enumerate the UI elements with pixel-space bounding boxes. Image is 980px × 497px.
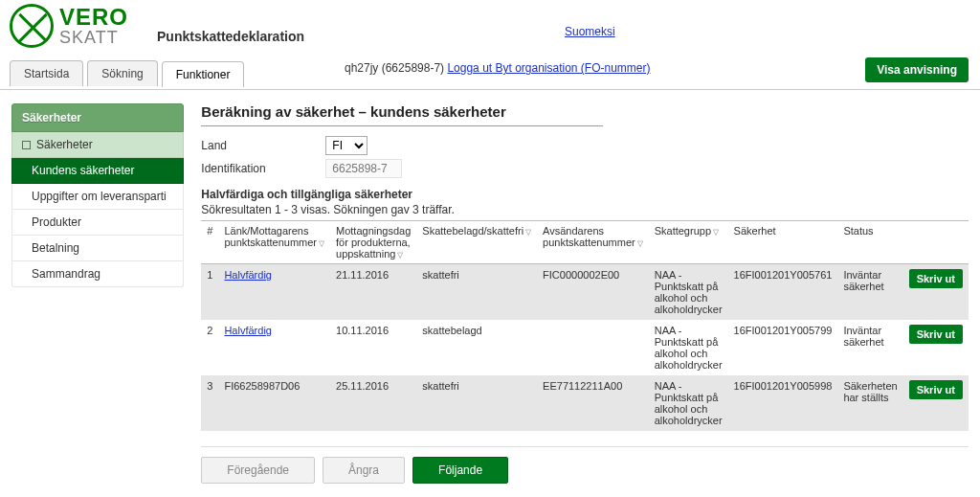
securities-table: # Länk/Mottagarens punktskattenummer▽ Mo… — [201, 220, 969, 431]
cell-security: 16FI001201Y005799 — [728, 320, 838, 375]
col-group[interactable]: Skattegrupp▽ — [649, 221, 728, 264]
sidebar-header: Säkerheter — [11, 103, 184, 132]
content: Beräkning av säkerhet – kundens säkerhet… — [201, 103, 969, 484]
row-link[interactable]: Halvfärdig — [224, 325, 272, 336]
cell-date: 21.11.2016 — [330, 264, 416, 321]
cell-link: FI66258987D06 — [218, 375, 330, 431]
show-instructions-button[interactable]: Visa anvisning — [865, 57, 969, 82]
sidebar: Säkerheter Säkerheter Kundens säkerheter… — [11, 103, 184, 484]
cell-tax: skattebelagd — [416, 320, 537, 375]
col-security: Säkerhet — [728, 221, 838, 264]
table-row: 2 Halvfärdig 10.11.2016 skattebelagd NAA… — [201, 320, 969, 375]
logo-line1: VERO — [59, 6, 128, 29]
subheader: Startsida Sökning Funktioner qh27jy (662… — [0, 52, 980, 90]
sort-icon: ▽ — [637, 239, 643, 248]
ident-label: Identifikation — [201, 162, 325, 175]
user-line: qh27jy (6625898-7) Logga ut Byt organisa… — [345, 61, 651, 75]
ident-value: 6625898-7 — [325, 159, 402, 178]
col-action — [903, 221, 969, 264]
sidebar-item-betalning[interactable]: Betalning — [11, 236, 184, 261]
cell-tax: skattefri — [416, 375, 537, 431]
table-row: 1 Halvfärdig 21.11.2016 skattefri FIC000… — [201, 264, 969, 321]
user-id: qh27jy (6625898-7) — [345, 61, 447, 75]
sidebar-item-produkter[interactable]: Produkter — [11, 210, 184, 236]
tab-startsida[interactable]: Startsida — [10, 60, 83, 86]
table-header-row: # Länk/Mottagarens punktskattenummer▽ Mo… — [201, 221, 969, 264]
col-status: Status — [837, 221, 902, 264]
sidebar-item-sammandrag[interactable]: Sammandrag — [11, 261, 184, 287]
cell-link: Halvfärdig — [218, 320, 330, 375]
tab-funktioner[interactable]: Funktioner — [162, 61, 245, 87]
results-note: Sökresultaten 1 - 3 visas. Sökningen gav… — [201, 203, 969, 216]
button-row: Föregående Ångra Följande — [201, 446, 969, 484]
col-num: # — [201, 221, 218, 264]
col-date[interactable]: Mottagningsdag för produkterna, uppskatt… — [330, 221, 416, 264]
cell-date: 25.11.2016 — [330, 375, 416, 431]
col-sender[interactable]: Avsändarens punktskattenummer▽ — [537, 221, 649, 264]
cell-action: Skriv ut — [903, 264, 969, 321]
sidebar-root-label: Säkerheter — [36, 138, 93, 151]
page-title: Beräkning av säkerhet – kundens säkerhet… — [201, 103, 603, 126]
cell-group: NAA - Punktskatt på alkohol och alkohold… — [649, 320, 728, 375]
switch-org-link[interactable]: Byt organisation (FO-nummer) — [492, 61, 650, 75]
land-select[interactable]: FI — [325, 136, 368, 155]
cell-status: Säkerheten har ställts — [837, 375, 902, 431]
sidebar-root[interactable]: Säkerheter — [11, 132, 184, 158]
field-land: Land FI — [201, 136, 969, 155]
col-tax[interactable]: Skattebelagd/skattefri▽ — [416, 221, 537, 264]
cell-group: NAA - Punktskatt på alkohol och alkohold… — [649, 264, 728, 321]
prev-button[interactable]: Föregående — [201, 457, 315, 484]
cell-num: 1 — [201, 264, 218, 321]
logout-link[interactable]: Logga ut — [447, 61, 492, 75]
row-link[interactable]: Halvfärdig — [224, 269, 272, 281]
language-switch-link[interactable]: Suomeksi — [565, 25, 615, 38]
cell-num: 3 — [201, 375, 218, 431]
cell-sender — [537, 320, 649, 375]
tabs: Startsida Sökning Funktioner — [10, 60, 244, 86]
cell-group: NAA - Punktskatt på alkohol och alkohold… — [649, 375, 728, 431]
sort-icon: ▽ — [525, 228, 531, 237]
app-title: Punktskattedeklaration — [157, 29, 304, 44]
cell-num: 2 — [201, 320, 218, 375]
cell-date: 10.11.2016 — [330, 320, 416, 375]
cell-security: 16FI001201Y005998 — [728, 375, 838, 431]
sort-icon: ▽ — [319, 239, 324, 248]
sort-icon: ▽ — [397, 251, 403, 260]
cell-sender: FIC0000002E00 — [537, 264, 649, 321]
logo: VERO SKATT — [10, 4, 128, 48]
print-button[interactable]: Skriv ut — [909, 380, 963, 399]
land-label: Land — [201, 139, 325, 152]
collapse-icon — [22, 141, 31, 149]
tab-sokning[interactable]: Sökning — [87, 60, 157, 86]
print-button[interactable]: Skriv ut — [909, 325, 963, 344]
logo-icon — [10, 4, 54, 48]
next-button[interactable]: Följande — [412, 457, 508, 484]
undo-button[interactable]: Ångra — [323, 457, 405, 484]
table-row: 3 FI66258987D06 25.11.2016 skattefri EE7… — [201, 375, 969, 431]
col-link[interactable]: Länk/Mottagarens punktskattenummer▽ — [218, 221, 330, 264]
cell-action: Skriv ut — [903, 375, 969, 431]
field-ident: Identifikation 6625898-7 — [201, 159, 969, 178]
print-button[interactable]: Skriv ut — [909, 269, 963, 288]
header: VERO SKATT Punktskattedeklaration Suomek… — [0, 0, 980, 52]
cell-link: Halvfärdig — [218, 264, 330, 321]
logo-text: VERO SKATT — [59, 6, 128, 46]
sidebar-item-uppgifter[interactable]: Uppgifter om leveransparti — [11, 184, 184, 210]
logo-line2: SKATT — [59, 29, 128, 46]
cell-status: Inväntar säkerhet — [837, 320, 902, 375]
section-title: Halvfärdiga och tillgängliga säkerheter — [201, 188, 969, 201]
cell-status: Inväntar säkerhet — [837, 264, 902, 321]
cell-tax: skattefri — [416, 264, 537, 321]
main: Säkerheter Säkerheter Kundens säkerheter… — [0, 90, 980, 497]
cell-action: Skriv ut — [903, 320, 969, 375]
sidebar-item-kundens[interactable]: Kundens säkerheter — [11, 158, 184, 184]
cell-sender: EE77112211A00 — [537, 375, 649, 431]
sort-icon: ▽ — [713, 228, 719, 237]
cell-security: 16FI001201Y005761 — [728, 264, 838, 321]
